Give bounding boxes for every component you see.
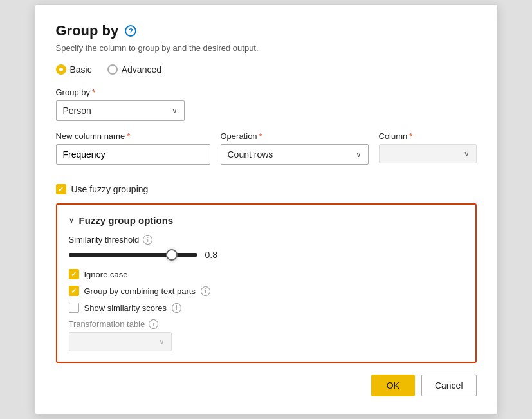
dialog-title: Group by bbox=[56, 23, 119, 39]
operation-value: Count rows bbox=[228, 149, 356, 160]
ignore-case-row[interactable]: Ignore case bbox=[69, 269, 464, 279]
group-combining-info-icon[interactable]: i bbox=[201, 286, 210, 296]
similarity-label-row: Similarity threshold i bbox=[69, 235, 464, 245]
show-similarity-scores-checkbox[interactable] bbox=[69, 303, 79, 313]
operation-label: Operation * bbox=[221, 131, 369, 141]
group-by-dialog: Group by ? Specify the column to group b… bbox=[35, 4, 498, 415]
ignore-case-label: Ignore case bbox=[84, 270, 128, 279]
radio-basic[interactable]: Basic bbox=[56, 64, 92, 75]
transformation-table-section: Transformation table i ∨ bbox=[69, 319, 464, 351]
group-combining-checkbox[interactable] bbox=[69, 286, 79, 296]
ok-button[interactable]: OK bbox=[371, 375, 415, 396]
new-column-input[interactable] bbox=[56, 144, 210, 165]
operation-required: * bbox=[259, 131, 262, 141]
group-by-value: Person bbox=[63, 106, 172, 116]
use-fuzzy-grouping-label: Use fuzzy grouping bbox=[71, 184, 149, 194]
similarity-info-icon[interactable]: i bbox=[143, 235, 152, 245]
group-combining-label: Group by combining text parts bbox=[84, 286, 196, 296]
show-similarity-info-icon[interactable]: i bbox=[172, 303, 181, 313]
cancel-button[interactable]: Cancel bbox=[421, 375, 477, 396]
radio-advanced[interactable]: Advanced bbox=[107, 64, 161, 75]
dialog-subtitle: Specify the column to group by and the d… bbox=[56, 43, 477, 53]
fuzzy-title-row: ∨ Fuzzy group options bbox=[69, 215, 464, 226]
group-by-chevron-icon: ∨ bbox=[172, 106, 178, 115]
transformation-label-row: Transformation table i bbox=[69, 319, 464, 329]
show-similarity-scores-label: Show similarity scores bbox=[84, 303, 167, 313]
transformation-label-text: Transformation table bbox=[69, 319, 145, 329]
use-fuzzy-grouping-row[interactable]: Use fuzzy grouping bbox=[56, 184, 477, 194]
group-by-label: Group by * bbox=[56, 88, 477, 97]
new-column-label: New column name * bbox=[56, 131, 210, 141]
column-required: * bbox=[409, 131, 412, 141]
dialog-title-row: Group by ? bbox=[56, 23, 477, 39]
slider-value: 0.8 bbox=[205, 250, 223, 260]
transformation-table-select[interactable]: ∨ bbox=[69, 332, 172, 351]
radio-group: Basic Advanced bbox=[56, 64, 477, 75]
use-fuzzy-grouping-checkbox[interactable] bbox=[56, 184, 66, 194]
slider-track[interactable] bbox=[69, 253, 197, 257]
column-select[interactable]: ∨ bbox=[379, 144, 477, 163]
radio-basic-circle bbox=[56, 64, 66, 75]
help-icon[interactable]: ? bbox=[125, 25, 136, 37]
fuzzy-title: Fuzzy group options bbox=[79, 215, 174, 226]
group-by-select[interactable]: Person ∨ bbox=[56, 100, 185, 121]
radio-advanced-label: Advanced bbox=[122, 64, 161, 75]
operation-chevron-icon: ∨ bbox=[356, 150, 362, 159]
new-column-name-field: New column name * bbox=[56, 131, 210, 165]
operation-select[interactable]: Count rows ∨ bbox=[221, 144, 369, 165]
dialog-footer: OK Cancel bbox=[56, 375, 477, 396]
fuzzy-group-options-box: ∨ Fuzzy group options Similarity thresho… bbox=[56, 203, 477, 363]
operation-field: Operation * Count rows ∨ bbox=[221, 131, 369, 165]
slider-row: 0.8 bbox=[69, 250, 464, 260]
slider-thumb[interactable] bbox=[166, 249, 178, 261]
three-col-row: New column name * Operation * Count rows… bbox=[56, 131, 477, 175]
column-label: Column * bbox=[379, 131, 477, 141]
transformation-table-chevron-icon: ∨ bbox=[159, 337, 165, 346]
fuzzy-collapse-icon[interactable]: ∨ bbox=[69, 216, 74, 225]
column-chevron-icon: ∨ bbox=[464, 149, 470, 158]
new-column-required: * bbox=[127, 131, 130, 141]
column-field: Column * ∨ bbox=[379, 131, 477, 165]
transformation-info-icon[interactable]: i bbox=[149, 319, 158, 329]
group-combining-row[interactable]: Group by combining text parts i bbox=[69, 286, 464, 296]
slider-fill bbox=[69, 253, 172, 257]
group-by-required: * bbox=[92, 88, 95, 97]
ignore-case-checkbox[interactable] bbox=[69, 269, 79, 279]
radio-basic-label: Basic bbox=[70, 64, 92, 75]
group-by-field-group: Group by * Person ∨ bbox=[56, 88, 477, 121]
radio-advanced-circle bbox=[107, 64, 118, 75]
similarity-threshold-section: Similarity threshold i 0.8 bbox=[69, 235, 464, 260]
show-similarity-scores-row[interactable]: Show similarity scores i bbox=[69, 303, 464, 313]
similarity-threshold-label: Similarity threshold bbox=[69, 235, 140, 245]
